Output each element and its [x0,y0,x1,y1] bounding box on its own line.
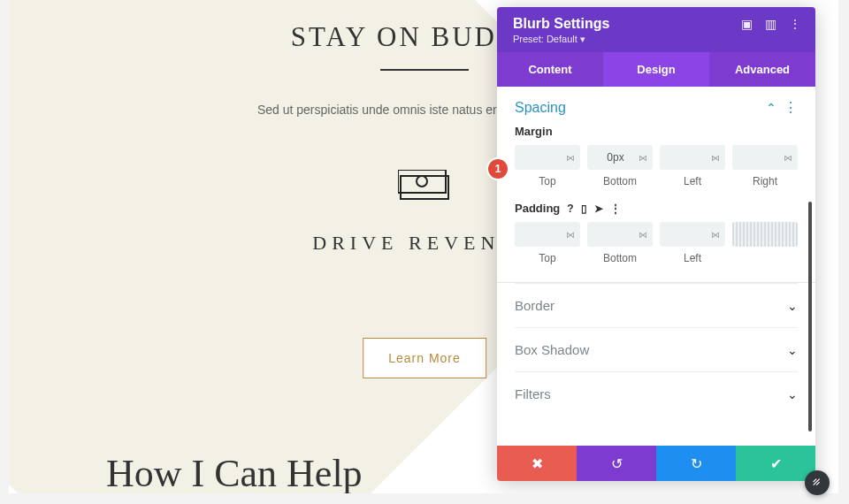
tab-advanced[interactable]: Advanced [709,52,815,87]
options-dots-icon[interactable]: ⋮ [610,202,621,215]
margin-top-cap: Top [515,175,580,187]
undo-button[interactable]: ↺ [577,446,656,481]
hover-cursor-icon[interactable]: ➤ [594,202,603,215]
chevron-down-icon: ⌄ [787,343,798,357]
padding-bottom-cap: Bottom [587,252,653,264]
chevron-down-icon: ⌄ [787,387,798,401]
tab-content[interactable]: Content [497,52,603,87]
spacing-section-title: Spacing [515,100,566,116]
chevron-up-icon[interactable]: ⌃ [766,101,776,115]
modal-tabs: Content Design Advanced [497,52,815,87]
svg-rect-0 [401,176,448,199]
expand-icon[interactable]: ▥ [765,17,776,31]
redo-button[interactable]: ↻ [656,446,736,481]
help-icon[interactable]: ? [567,202,573,215]
margin-right-input[interactable] [732,145,798,170]
margin-bottom-input[interactable] [587,145,653,170]
margin-bottom-cap: Bottom [587,175,653,187]
box-shadow-section[interactable]: Box Shadow⌄ [515,327,798,371]
modal-footer: ✖ ↺ ↻ ✔ [497,446,815,481]
margin-top-input[interactable] [515,145,580,170]
border-section[interactable]: Border⌄ [515,283,798,327]
preset-label[interactable]: Preset: Default ▾ [513,34,801,45]
padding-bottom-input[interactable] [587,222,653,247]
spacing-section-header[interactable]: Spacing ⌃ ⋮ [515,99,798,116]
padding-label: Padding ? ▯ ➤ ⋮ [515,202,798,215]
money-icon [398,170,451,202]
responsive-phone-icon[interactable]: ▯ [581,202,587,215]
filters-section[interactable]: Filters⌄ [515,371,798,416]
menu-dots-icon[interactable]: ⋮ [789,17,801,31]
modal-panel: Spacing ⌃ ⋮ Margin ⋈Top ⋈Bottom ⋈Left ⋈R… [497,87,815,446]
chevron-down-icon: ⌄ [787,299,798,313]
svg-rect-1 [398,170,446,193]
learn-more-button[interactable]: Learn More [363,338,486,378]
svg-point-2 [417,176,427,187]
padding-right-input[interactable] [732,222,798,247]
save-button[interactable]: ✔ [736,446,815,481]
modal-title: Blurb Settings [513,16,609,32]
padding-left-input[interactable] [660,222,725,247]
headline-rule [380,69,469,71]
tab-design[interactable]: Design [603,52,709,87]
section-dots-icon[interactable]: ⋮ [784,99,798,116]
padding-top-cap: Top [515,252,580,264]
margin-left-input[interactable] [660,145,725,170]
resize-handle[interactable] [805,470,830,495]
annotation-step-1: 1 [488,159,508,179]
padding-left-cap: Left [660,252,725,264]
padding-top-input[interactable] [515,222,580,247]
modal-header[interactable]: Blurb Settings ▣ ▥ ⋮ Preset: Default ▾ [497,7,815,52]
margin-left-cap: Left [660,175,725,187]
margin-label: Margin [515,125,798,138]
margin-right-cap: Right [732,175,798,187]
discard-button[interactable]: ✖ [497,446,577,481]
scrollbar-thumb[interactable] [808,202,812,431]
blurb-settings-modal[interactable]: Blurb Settings ▣ ▥ ⋮ Preset: Default ▾ C… [497,7,815,481]
page-headline-2: How I Can Help [106,451,363,496]
snap-icon[interactable]: ▣ [741,17,753,31]
